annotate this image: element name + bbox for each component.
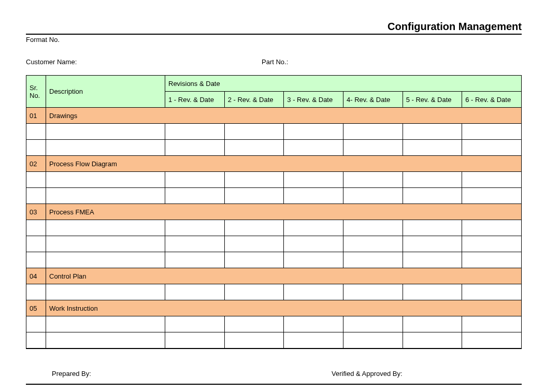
table-cell [165,252,225,268]
config-table: Sr. No. Description Revisions & Date 1 -… [26,75,522,349]
table-cell [46,316,165,332]
header-rev-6: 6 - Rev. & Date [462,92,522,108]
table-cell [46,236,165,252]
table-cell [224,252,284,268]
table-cell [26,236,46,252]
table-cell [284,188,343,204]
table-cell [224,172,284,188]
table-cell [462,188,522,204]
table-cell [284,332,343,349]
table-cell [284,252,343,268]
table-cell [403,316,462,332]
table-cell [284,124,343,140]
table-cell [462,220,522,236]
table-row [26,188,522,204]
table-cell [224,316,284,332]
header-sr-no: Sr. No. [26,76,46,108]
section-description: Process FMEA [46,204,522,220]
table-cell [224,188,284,204]
table-cell [462,172,522,188]
table-cell [26,252,46,268]
section-sr-no: 02 [26,156,46,172]
info-line: Customer Name: Part No.: [26,58,522,66]
table-row [26,284,522,300]
table-cell [165,284,225,300]
section-sr-no: 05 [26,300,46,316]
format-no-label: Format No. [26,36,522,43]
table-cell [343,332,403,349]
table-cell [26,316,46,332]
table-cell [224,284,284,300]
table-cell [224,332,284,349]
table-cell [284,220,343,236]
header-rev-5: 5 - Rev. & Date [403,92,462,108]
table-cell [343,284,403,300]
table-cell [403,236,462,252]
table-row [26,140,522,156]
table-cell [46,332,165,349]
verified-by-label: Verified & Approved By: [332,370,522,378]
table-cell [165,220,225,236]
table-cell [284,172,343,188]
table-cell [462,284,522,300]
table-cell [26,188,46,204]
section-row: 05Work Instruction [26,300,522,316]
table-cell [165,124,225,140]
table-cell [343,140,403,156]
table-row [26,252,522,268]
table-cell [46,124,165,140]
table-cell [26,140,46,156]
table-cell [343,172,403,188]
table-cell [165,188,225,204]
table-cell [46,172,165,188]
table-cell [46,284,165,300]
table-row [26,172,522,188]
table-cell [462,252,522,268]
section-row: 01Drawings [26,108,522,124]
table-cell [462,140,522,156]
table-cell [343,124,403,140]
table-cell [26,172,46,188]
title-bar: Configuration Management [26,21,522,35]
table-cell [403,188,462,204]
table-row [26,316,522,332]
table-cell [403,332,462,349]
table-cell [403,172,462,188]
header-revisions: Revisions & Date [165,76,522,92]
section-description: Work Instruction [46,300,522,316]
table-cell [462,332,522,349]
footer: Prepared By: Verified & Approved By: [26,370,522,385]
table-cell [462,124,522,140]
table-cell [224,140,284,156]
table-cell [26,220,46,236]
part-no-label: Part No.: [262,58,522,66]
table-cell [403,252,462,268]
section-row: 03Process FMEA [26,204,522,220]
header-rev-4: 4- Rev. & Date [343,92,403,108]
table-cell [224,236,284,252]
table-cell [46,252,165,268]
section-row: 02Process Flow Diagram [26,156,522,172]
table-row [26,124,522,140]
table-cell [165,316,225,332]
customer-name-label: Customer Name: [26,58,262,66]
section-description: Process Flow Diagram [46,156,522,172]
header-rev-1: 1 - Rev. & Date [165,92,225,108]
prepared-by-label: Prepared By: [52,370,332,378]
table-cell [403,124,462,140]
table-cell [165,236,225,252]
section-description: Drawings [46,108,522,124]
header-rev-3: 3 - Rev. & Date [284,92,343,108]
table-cell [343,316,403,332]
table-cell [284,316,343,332]
table-cell [343,188,403,204]
table-cell [343,220,403,236]
table-row [26,220,522,236]
table-cell [284,284,343,300]
table-row [26,332,522,349]
table-cell [26,332,46,349]
table-cell [165,140,225,156]
section-description: Control Plan [46,268,522,284]
table-cell [165,332,225,349]
table-cell [224,220,284,236]
